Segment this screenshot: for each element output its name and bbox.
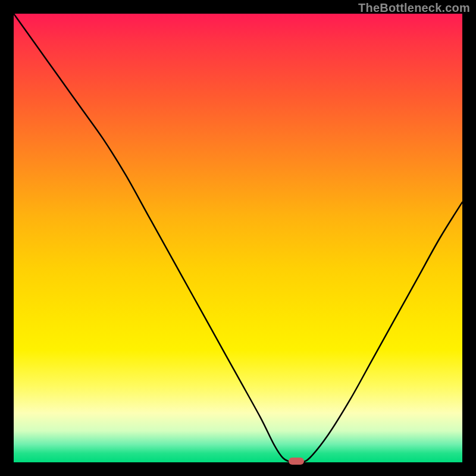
bottleneck-curve bbox=[14, 14, 462, 462]
optimum-marker bbox=[289, 458, 304, 465]
chart-frame: TheBottleneck.com bbox=[0, 0, 476, 476]
plot-area bbox=[14, 14, 462, 462]
watermark-text: TheBottleneck.com bbox=[358, 1, 470, 15]
